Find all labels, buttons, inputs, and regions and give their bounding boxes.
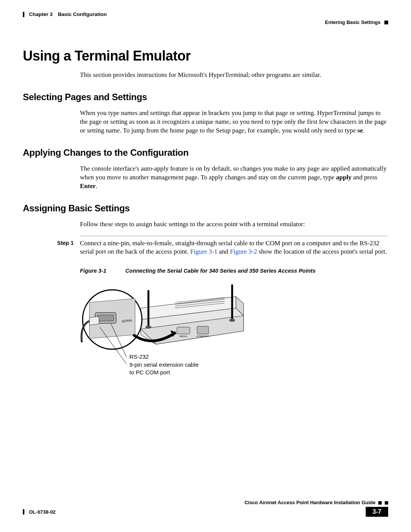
footer-guide-title: Cisco Aironet Access Point Hardware Inst… bbox=[23, 500, 388, 505]
page-title: Using a Terminal Emulator bbox=[23, 48, 388, 64]
applying-paragraph: The console interface's auto-apply featu… bbox=[80, 165, 388, 191]
intro-paragraph: This section provides instructions for M… bbox=[80, 71, 388, 80]
page-number: 3-7 bbox=[366, 507, 388, 517]
chapter-number: Chapter 3 bbox=[29, 11, 53, 17]
step-text: Connect a nine-pin, male-to-female, stra… bbox=[80, 239, 388, 257]
section-heading-assigning: Assigning Basic Settings bbox=[23, 203, 388, 214]
footer-doc-id: OL-0738-02 bbox=[29, 509, 56, 515]
svg-text:SERIAL: SERIAL bbox=[179, 335, 188, 337]
figure-ref-link[interactable]: Figure 3-1 bbox=[190, 248, 217, 255]
figure-block: Figure 3-1Connecting the Serial Cable fo… bbox=[80, 268, 388, 373]
figure-caption: Figure 3-1Connecting the Serial Cable fo… bbox=[80, 268, 388, 274]
svg-text:ETHERNET: ETHERNET bbox=[197, 335, 209, 337]
selecting-paragraph: When you type names and settings that ap… bbox=[80, 109, 388, 135]
figure-ref-link[interactable]: Figure 3-2 bbox=[230, 248, 257, 255]
svg-rect-19 bbox=[97, 315, 114, 321]
assigning-intro: Follow these steps to assign basic setti… bbox=[80, 220, 388, 229]
figure-title: Connecting the Serial Cable for 340 Seri… bbox=[125, 268, 315, 274]
svg-point-10 bbox=[145, 326, 151, 329]
chapter-title: Basic Configuration bbox=[58, 11, 107, 17]
figure-callout-cable: 9-pin serial extension cable to PC COM p… bbox=[129, 361, 202, 377]
step-divider bbox=[80, 236, 388, 236]
figure-illustration: SERIAL ETHERNET SERIAL bbox=[80, 281, 247, 373]
section-heading-selecting: Selecting Pages and Settings bbox=[23, 92, 388, 102]
page-footer: Cisco Aironet Access Point Hardware Inst… bbox=[23, 500, 388, 517]
footer-square-icon bbox=[378, 501, 382, 505]
svg-rect-13 bbox=[197, 326, 209, 334]
step-label: Step 1 bbox=[23, 239, 80, 257]
section-heading-applying: Applying Changes to the Configuration bbox=[23, 147, 388, 158]
step-row-1: Step 1 Connect a nine-pin, male-to-femal… bbox=[23, 239, 388, 257]
svg-marker-20 bbox=[89, 316, 99, 325]
figure-callout-rs232: RS-232 bbox=[129, 353, 202, 361]
section-name: Entering Basic Settings bbox=[325, 19, 381, 25]
figure-label: Figure 3-1 bbox=[80, 268, 106, 274]
header-square-icon bbox=[384, 21, 388, 24]
footer-square-icon bbox=[385, 501, 388, 505]
footer-accent-bar bbox=[23, 509, 24, 514]
svg-rect-12 bbox=[177, 327, 190, 334]
running-header-right: Entering Basic Settings bbox=[23, 19, 388, 25]
svg-point-11 bbox=[229, 319, 235, 322]
header-accent-bar bbox=[23, 12, 24, 17]
running-header: Chapter 3 Basic Configuration bbox=[23, 11, 388, 17]
